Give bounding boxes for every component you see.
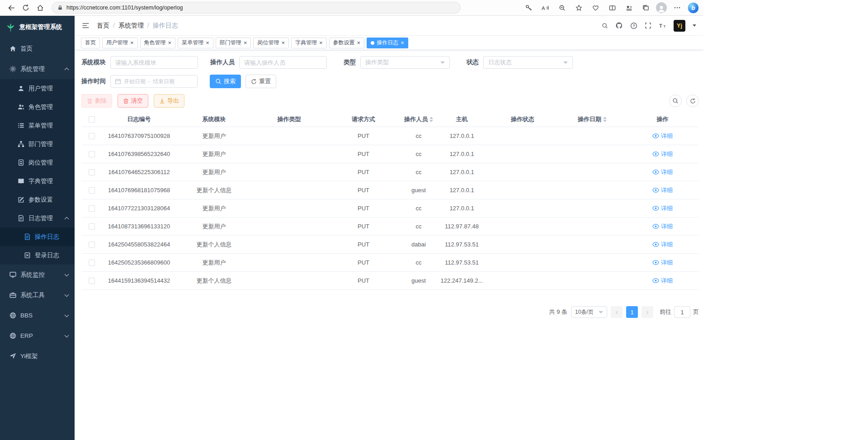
sidebar-item[interactable]: 部门管理: [0, 135, 75, 153]
column-header[interactable]: 系统模块: [176, 115, 252, 123]
column-header[interactable]: 操作人员: [401, 115, 437, 123]
fullscreen-icon[interactable]: [645, 22, 651, 29]
column-header[interactable]: 日志编号: [102, 115, 176, 123]
url-text[interactable]: https://ccnetcore.com:1101/system/log/op…: [66, 5, 183, 11]
favorites-bar-icon[interactable]: [623, 1, 635, 14]
close-tab-icon[interactable]: [319, 40, 323, 46]
read-aloud-icon[interactable]: A: [539, 1, 552, 14]
sidebar-item[interactable]: 系统工具: [0, 285, 75, 305]
detail-link[interactable]: 详细: [652, 168, 673, 176]
breadcrumb-item[interactable]: 操作日志: [153, 22, 178, 30]
address-bar[interactable]: https://ccnetcore.com:1101/system/log/op…: [52, 2, 461, 14]
column-header[interactable]: 请求方式: [326, 115, 401, 123]
zoom-icon[interactable]: [556, 1, 568, 14]
sidebar-item[interactable]: 岗位管理: [0, 153, 75, 172]
column-header[interactable]: 操作类型: [252, 115, 326, 123]
home-button[interactable]: [33, 1, 47, 14]
view-tab[interactable]: 角色管理: [140, 38, 176, 48]
sort-icon[interactable]: [603, 117, 607, 122]
sidebar-item[interactable]: BBS: [0, 305, 75, 326]
sidebar-item[interactable]: 菜单管理: [0, 116, 75, 135]
view-tab[interactable]: 操作日志: [367, 38, 408, 48]
row-checkbox[interactable]: [81, 260, 102, 266]
search-button[interactable]: 搜索: [210, 75, 241, 88]
sidebar-item[interactable]: Yi框架: [0, 346, 75, 366]
back-button[interactable]: [5, 1, 18, 14]
table-search-button[interactable]: [669, 95, 682, 107]
detail-link[interactable]: 详细: [652, 150, 673, 158]
user-dropdown-caret-icon[interactable]: [693, 24, 696, 27]
row-checkbox[interactable]: [81, 241, 102, 248]
detail-link[interactable]: 详细: [652, 132, 673, 140]
row-checkbox[interactable]: [81, 151, 102, 157]
view-tab[interactable]: 岗位管理: [253, 38, 289, 48]
next-page-button[interactable]: [642, 306, 653, 318]
sort-icon[interactable]: [429, 117, 433, 122]
help-icon[interactable]: ?: [630, 22, 637, 29]
breadcrumb-item[interactable]: 系统管理: [118, 22, 153, 30]
close-tab-icon[interactable]: [168, 40, 172, 46]
sidebar-item[interactable]: 角色管理: [0, 98, 75, 116]
sidebar-item[interactable]: 用户管理: [0, 79, 75, 98]
search-icon[interactable]: [602, 23, 608, 29]
view-tab[interactable]: 字典管理: [291, 38, 327, 48]
sidebar-item[interactable]: 首页: [0, 38, 75, 59]
view-tab[interactable]: 用户管理: [102, 38, 138, 48]
hamburger-menu-icon[interactable]: [82, 22, 90, 29]
page-number-1[interactable]: 1: [626, 306, 638, 318]
profile-avatar[interactable]: [656, 2, 667, 13]
column-header[interactable]: 操作: [626, 115, 699, 123]
delete-button[interactable]: 删除: [81, 94, 112, 108]
detail-link[interactable]: 详细: [652, 277, 673, 285]
reset-button[interactable]: 重置: [245, 75, 276, 88]
operator-filter-input[interactable]: [239, 56, 327, 69]
detail-link[interactable]: 详细: [652, 204, 673, 213]
detail-link[interactable]: 详细: [652, 241, 673, 249]
view-tab[interactable]: 首页: [81, 38, 100, 48]
split-screen-icon[interactable]: [606, 1, 618, 14]
sidebar-item[interactable]: 登录日志: [0, 246, 75, 265]
table-refresh-button[interactable]: [686, 95, 699, 107]
view-tab[interactable]: 菜单管理: [178, 38, 213, 48]
prev-page-button[interactable]: [611, 306, 623, 318]
page-size-select[interactable]: 10条/页: [571, 306, 607, 318]
detail-link[interactable]: 详细: [652, 259, 673, 267]
row-checkbox[interactable]: [81, 187, 102, 194]
select-all-checkbox[interactable]: [81, 116, 102, 123]
sidebar-item[interactable]: 字典管理: [0, 172, 75, 190]
sidebar-item[interactable]: 操作日志: [0, 227, 75, 246]
detail-link[interactable]: 详细: [652, 222, 673, 231]
close-tab-icon[interactable]: [206, 40, 209, 46]
status-select[interactable]: 日志状态: [483, 56, 573, 69]
browser-essentials-icon[interactable]: [589, 1, 602, 14]
row-checkbox[interactable]: [81, 223, 102, 230]
column-header[interactable]: 操作状态: [487, 115, 558, 123]
row-checkbox[interactable]: [81, 278, 102, 284]
breadcrumb-item[interactable]: 首页: [97, 22, 118, 30]
close-tab-icon[interactable]: [357, 40, 361, 46]
bing-chat-icon[interactable]: [688, 2, 699, 14]
column-header[interactable]: 操作日期: [558, 115, 626, 123]
module-filter-input[interactable]: [110, 56, 198, 69]
sidebar-item[interactable]: 系统监控: [0, 265, 75, 285]
row-checkbox[interactable]: [81, 205, 102, 212]
settings-more-icon[interactable]: [671, 1, 684, 14]
close-tab-icon[interactable]: [244, 40, 247, 46]
date-range-picker[interactable]: 开始日期 - 结束日期: [110, 75, 198, 88]
sidebar-item[interactable]: ERP: [0, 326, 75, 346]
column-header[interactable]: 主机: [437, 115, 487, 123]
font-size-icon[interactable]: TT: [659, 22, 666, 29]
row-checkbox[interactable]: [81, 169, 102, 175]
collections-icon[interactable]: [639, 1, 652, 14]
row-checkbox[interactable]: [81, 133, 102, 139]
passwords-key-icon[interactable]: [522, 1, 535, 14]
github-icon[interactable]: [615, 22, 623, 29]
sidebar-item[interactable]: 日志管理: [0, 209, 75, 227]
sidebar-item[interactable]: 系统管理: [0, 59, 75, 79]
close-tab-icon[interactable]: [281, 40, 285, 46]
user-avatar[interactable]: Yj: [674, 20, 685, 32]
view-tab[interactable]: 部门管理: [216, 38, 251, 48]
clear-button[interactable]: 清空: [118, 94, 148, 108]
sidebar-item[interactable]: 参数设置: [0, 190, 75, 209]
type-select[interactable]: 操作类型: [360, 56, 450, 69]
